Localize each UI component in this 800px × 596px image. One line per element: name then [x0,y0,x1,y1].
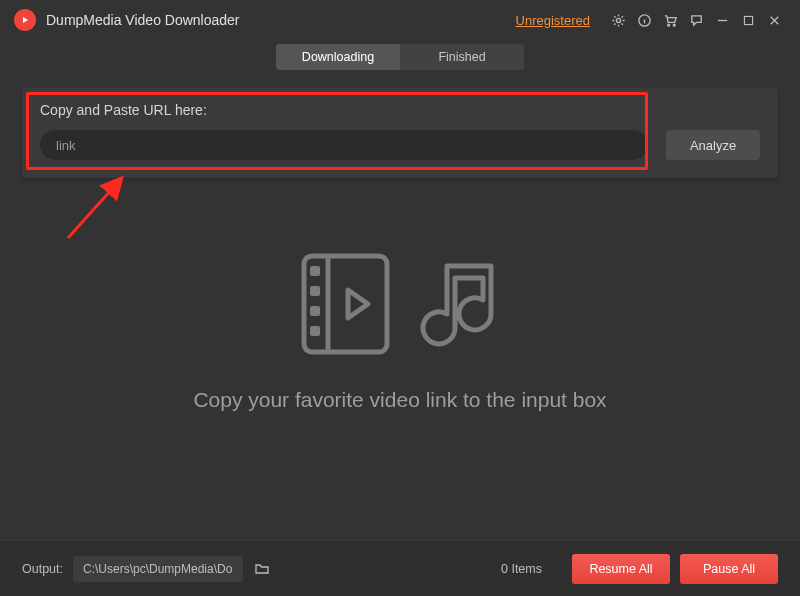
svg-point-5 [673,24,675,26]
footer-bar: Output: C:\Users\pc\DumpMedia\Do 0 Items… [0,540,800,596]
film-icon [298,250,393,358]
svg-rect-14 [310,286,320,296]
close-icon[interactable] [762,8,786,32]
pause-all-button[interactable]: Pause All [680,554,778,584]
tab-finished[interactable]: Finished [400,44,524,70]
minimize-icon[interactable] [710,8,734,32]
tab-bar: Downloading Finished [0,40,800,80]
empty-message: Copy your favorite video link to the inp… [193,388,606,412]
empty-state: Copy your favorite video link to the inp… [0,250,800,412]
svg-rect-16 [310,326,320,336]
open-folder-icon[interactable] [249,556,275,582]
output-label: Output: [22,562,63,576]
output-path[interactable]: C:\Users\pc\DumpMedia\Do [73,556,243,582]
svg-rect-15 [310,306,320,316]
svg-point-0 [616,18,620,22]
cart-icon[interactable] [658,8,682,32]
url-panel: Copy and Paste URL here: Analyze [22,88,778,178]
info-icon[interactable] [632,8,656,32]
music-note-icon [411,250,503,358]
maximize-icon[interactable] [736,8,760,32]
svg-rect-7 [744,16,752,24]
app-title: DumpMedia Video Downloader [46,12,240,28]
app-logo [14,9,36,31]
feedback-icon[interactable] [684,8,708,32]
url-label: Copy and Paste URL here: [40,102,760,118]
items-count: 0 Items [501,562,542,576]
tab-downloading[interactable]: Downloading [276,44,400,70]
resume-all-button[interactable]: Resume All [572,554,670,584]
svg-line-10 [68,180,120,238]
annotation-arrow [60,166,140,246]
svg-point-4 [667,24,669,26]
unregistered-link[interactable]: Unregistered [516,13,590,28]
settings-icon[interactable] [606,8,630,32]
url-input[interactable] [40,130,648,160]
title-bar: DumpMedia Video Downloader Unregistered [0,0,800,40]
svg-rect-13 [310,266,320,276]
analyze-button[interactable]: Analyze [666,130,760,160]
